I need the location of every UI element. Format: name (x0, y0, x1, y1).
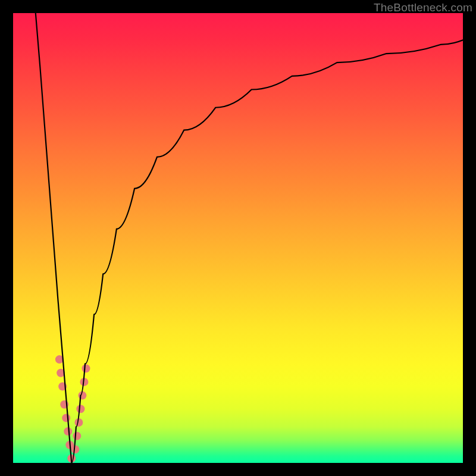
watermark-text: TheBottleneck.com (374, 1, 472, 14)
marker-dot (62, 414, 70, 422)
chart-frame: TheBottleneck.com (0, 0, 476, 476)
marker-dot (73, 432, 81, 440)
plot-area (13, 13, 463, 463)
marker-dot (82, 364, 90, 372)
curve-left-branch (36, 13, 71, 463)
curve-right-branch (71, 40, 463, 463)
marker-dot (64, 427, 72, 436)
curves-layer (13, 13, 463, 463)
marker-dot (76, 405, 84, 413)
